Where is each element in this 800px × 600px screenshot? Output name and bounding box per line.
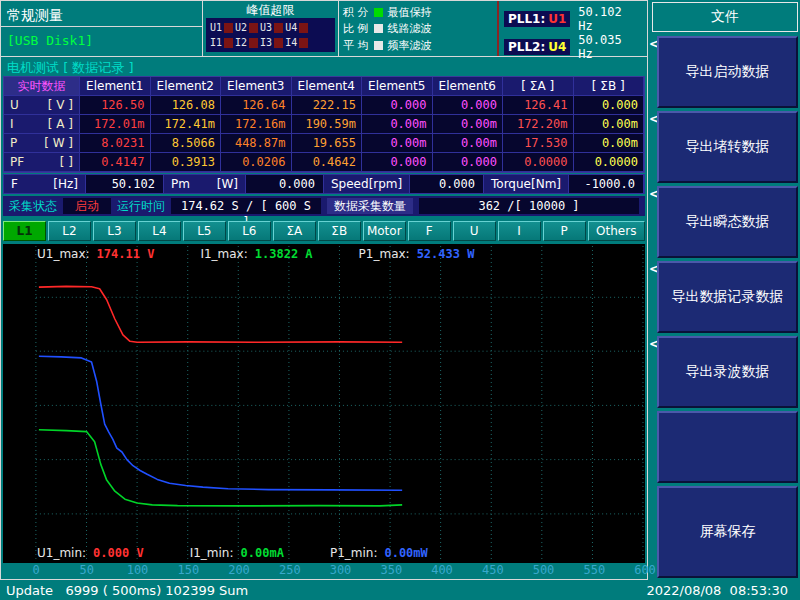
table-value-cell: 126.08 — [151, 96, 222, 115]
table-value-cell: 17.530 — [503, 134, 574, 153]
x-tick-label: 450 — [482, 563, 504, 577]
measure-unit: [W] — [217, 175, 238, 193]
peak-channel-label: U4 — [285, 22, 297, 33]
sidebar-button-5[interactable]: 导出录波数据 — [657, 336, 798, 408]
tab-others[interactable]: Others — [588, 221, 645, 241]
min-label-name: U1_min: — [37, 546, 86, 560]
measurement-table: 实时数据Element1Element2Element3Element4Elem… — [3, 76, 645, 173]
table-value-cell: 0.000 — [574, 96, 645, 115]
table-value-cell: 0.00m — [574, 115, 645, 134]
softkey-slot: 屏幕保存 — [648, 486, 800, 578]
measure-label: Pm[W] — [164, 175, 245, 193]
table-corner-label: 实时数据 — [4, 77, 80, 96]
table-header-cell: Element3 — [221, 77, 292, 96]
table-value-cell: 0.00m — [433, 134, 504, 153]
tab-f[interactable]: F — [408, 221, 451, 241]
tab-l6[interactable]: L6 — [228, 221, 271, 241]
pll-source: U1 — [548, 12, 566, 26]
softkey-slot: <导出数据记录数据 — [648, 261, 800, 333]
tab-l4[interactable]: L4 — [138, 221, 181, 241]
tab-motor[interactable]: Motor — [363, 221, 406, 241]
peak-channel-label: U2 — [235, 22, 247, 33]
tab-u[interactable]: U — [453, 221, 496, 241]
x-tick-label: 50 — [80, 563, 94, 577]
table-value-cell: 222.15 — [292, 96, 363, 115]
trend-chart: U1_max:174.11 VI1_max:1.3822 AP1_max:52.… — [3, 244, 645, 563]
peak-channel-label: I3 — [260, 37, 272, 48]
table-header-cell: [ ΣB ] — [574, 77, 645, 96]
pll-label: PLL2: — [508, 40, 545, 54]
peak-channel-label: I2 — [235, 37, 247, 48]
table-header-cell: Element5 — [362, 77, 433, 96]
table-value-cell: 0.00m — [362, 115, 433, 134]
sidebar-button-7[interactable]: 屏幕保存 — [657, 486, 798, 578]
mode-left-label: 比 例 — [343, 21, 369, 36]
table-value-cell: 0.3913 — [151, 153, 222, 172]
tab-i[interactable]: I — [498, 221, 541, 241]
tab-l3[interactable]: L3 — [93, 221, 136, 241]
table-value-cell: 0.000 — [362, 153, 433, 172]
tab-p[interactable]: P — [543, 221, 586, 241]
table-value-cell: 0.0000 — [574, 153, 645, 172]
measure-quantity: Speed — [331, 175, 369, 193]
tab-σa[interactable]: ΣA — [273, 221, 316, 241]
sidebar-button-4[interactable]: 导出数据记录数据 — [657, 261, 798, 333]
table-value-cell: 126.41 — [503, 96, 574, 115]
peak-channel-label: U1 — [210, 22, 222, 33]
trend-chart-svg — [3, 244, 645, 563]
table-value-cell: 0.00m — [433, 115, 504, 134]
page-title: 常规测量 — [1, 1, 202, 27]
max-label-value: 1.3822 A — [255, 247, 313, 261]
measure-quantity: Pm — [171, 175, 190, 193]
tab-l2[interactable]: L2 — [48, 221, 91, 241]
acq-status-label: 采集状态 — [9, 198, 57, 215]
peak-limit-title: 峰值超限 — [206, 2, 335, 18]
peak-indicator — [299, 38, 308, 48]
mode-indicator-row: 比 例线路滤波 — [343, 22, 493, 36]
measure-value: 50.102 — [85, 175, 164, 193]
tab-bar: L1L2L3L4L5L6ΣAΣBMotorFUIPOthers — [3, 221, 645, 241]
peak-channel-row: I1I2I3I4 — [210, 35, 331, 50]
pll-row: PLL1:U150.102 Hz — [504, 5, 642, 33]
tab-l1[interactable]: L1 — [3, 221, 46, 241]
max-label: P1_max:52.433 W — [359, 247, 475, 261]
sidebar-button-1[interactable]: 导出启动数据 — [657, 36, 798, 108]
row-unit: [ V ] — [48, 96, 73, 114]
table-header-cell: Element2 — [151, 77, 222, 96]
datetime: 2022/08/08 08:53:30 — [646, 583, 788, 598]
min-label-value: 0.00mA — [241, 546, 284, 560]
acq-status-value: 启动 — [63, 198, 111, 214]
table-value-cell: 8.0231 — [80, 134, 151, 153]
table-header-cell: Element6 — [433, 77, 504, 96]
tab-σb[interactable]: ΣB — [318, 221, 361, 241]
table-row-label: PF[ ] — [4, 153, 80, 172]
table-value-cell: 0.000 — [433, 153, 504, 172]
table-value-cell: 172.20m — [503, 115, 574, 134]
row-unit: [ A ] — [48, 115, 73, 133]
x-tick-label: 550 — [583, 563, 605, 577]
runtime-value: 174.62 S / [ 600 S ] — [171, 198, 321, 214]
sidebar-button-2[interactable]: 导出堵转数据 — [657, 111, 798, 183]
trace-U1 — [39, 286, 402, 342]
table-value-cell: 190.59m — [292, 115, 363, 134]
runtime-label: 运行时间 — [117, 198, 165, 215]
measure-label: Speed[rpm] — [324, 175, 409, 193]
min-label: I1_min:0.00mA — [190, 546, 284, 560]
tab-l5[interactable]: L5 — [183, 221, 226, 241]
table-value-cell: 0.00m — [362, 134, 433, 153]
table-value-cell: 448.87m — [221, 134, 292, 153]
peak-channel-label: U3 — [260, 22, 272, 33]
table-value-cell: 0.000 — [433, 96, 504, 115]
measure-group: Torque[Nm]-1000.0 — [484, 175, 644, 193]
file-button[interactable]: 文件 — [652, 2, 798, 32]
x-tick-label: 150 — [177, 563, 199, 577]
acquisition-status-row: 采集状态 启动 运行时间 174.62 S / [ 600 S ] 数据采集数量… — [3, 196, 645, 216]
max-label: I1_max:1.3822 A — [200, 247, 312, 261]
mode-left-label: 积 分 — [343, 5, 369, 20]
sidebar-button-3[interactable]: 导出瞬态数据 — [657, 186, 798, 258]
sidebar-button-6[interactable] — [657, 411, 798, 483]
trace-P1 — [39, 356, 402, 490]
table-row-label: U[ V ] — [4, 96, 80, 115]
table-value-cell: 0.4147 — [80, 153, 151, 172]
table-value-cell: 172.16m — [221, 115, 292, 134]
